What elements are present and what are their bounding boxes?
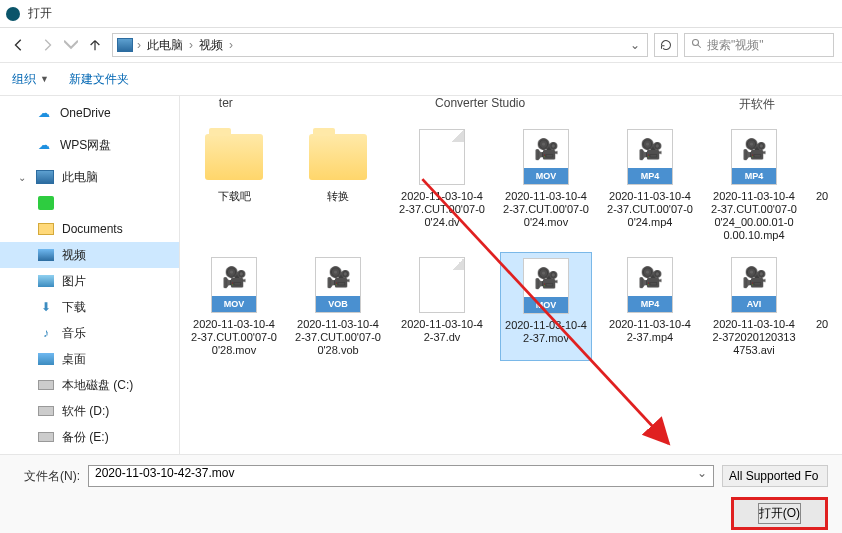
- green-icon: [38, 196, 54, 210]
- folder-tile[interactable]: 下载吧: [188, 124, 280, 246]
- download-icon: ⬇: [38, 300, 54, 314]
- svg-line-1: [698, 44, 701, 47]
- refresh-button[interactable]: [654, 33, 678, 57]
- crumb-sep: ›: [189, 38, 193, 52]
- file-tile[interactable]: 2020-11-03-10-42-37.CUT.00'07-00'24.dv: [396, 124, 488, 246]
- video-icon: [38, 249, 54, 261]
- video-file-icon: 🎥MP4: [731, 129, 777, 185]
- organize-menu[interactable]: 组织▼: [12, 71, 49, 88]
- file-tile-cut[interactable]: 20: [812, 252, 832, 361]
- back-button[interactable]: [8, 34, 30, 56]
- folder-icon: [309, 134, 367, 180]
- crumb-sep: ›: [137, 38, 141, 52]
- music-icon: ♪: [38, 326, 54, 340]
- file-tile[interactable]: 🎥MP4 2020-11-03-10-42-37.mp4: [604, 252, 696, 361]
- dialog-footer: 文件名(N): 2020-11-03-10-42-37.mov ⌄ All Su…: [0, 454, 842, 533]
- file-icon: [419, 129, 465, 185]
- folder-icon: [205, 134, 263, 180]
- pc-icon: [117, 38, 133, 52]
- video-file-icon: 🎥MOV: [523, 129, 569, 185]
- search-placeholder: 搜索"视频": [707, 37, 764, 54]
- titlebar: 打开: [0, 0, 842, 28]
- file-icon: [419, 257, 465, 313]
- crumb-videos[interactable]: 视频: [197, 37, 225, 54]
- filename-label: 文件名(N):: [14, 468, 80, 485]
- crumb-sep: ›: [229, 38, 233, 52]
- search-icon: [691, 38, 703, 53]
- forward-button[interactable]: [36, 34, 58, 56]
- disk-icon: [38, 406, 54, 416]
- address-bar[interactable]: › 此电脑 › 视频 › ⌄: [112, 33, 648, 57]
- window-title: 打开: [28, 5, 52, 22]
- video-file-icon: 🎥MP4: [627, 129, 673, 185]
- sidebar-tree[interactable]: ☁ OneDrive ☁ WPS网盘 ⌄ 此电脑 Documents 视频: [0, 96, 180, 454]
- video-file-icon: 🎥VOB: [315, 257, 361, 313]
- pc-icon: [36, 170, 54, 184]
- video-file-icon: 🎥MOV: [523, 258, 569, 314]
- file-type-filter[interactable]: All Supported Fo: [722, 465, 828, 487]
- tree-diskd[interactable]: 软件 (D:): [0, 398, 179, 424]
- picture-icon: [38, 275, 54, 287]
- tree-videos[interactable]: 视频: [0, 242, 179, 268]
- folder-icon: [38, 223, 54, 235]
- open-button[interactable]: 打开(O): [731, 497, 828, 530]
- tree-documents[interactable]: Documents: [0, 216, 179, 242]
- file-tile[interactable]: 🎥MP4 2020-11-03-10-42-37.CUT.00'07-00'24…: [708, 124, 800, 246]
- disk-icon: [38, 380, 54, 390]
- wps-icon: ☁: [36, 138, 52, 152]
- tree-downloads[interactable]: ⬇ 下载: [0, 294, 179, 320]
- file-list[interactable]: ter Converter Studio 开软件 下载吧 转换 2020-11-…: [180, 96, 842, 454]
- cutoff-header-row: ter Converter Studio 开软件: [188, 96, 834, 118]
- search-box[interactable]: 搜索"视频": [684, 33, 834, 57]
- video-file-icon: 🎥MP4: [627, 257, 673, 313]
- file-tile[interactable]: 2020-11-03-10-42-37.dv: [396, 252, 488, 361]
- up-button[interactable]: [84, 34, 106, 56]
- tree-pictures[interactable]: 图片: [0, 268, 179, 294]
- file-tile[interactable]: 🎥MOV 2020-11-03-10-42-37.CUT.00'07-00'24…: [500, 124, 592, 246]
- tree-green[interactable]: [0, 190, 179, 216]
- tree-music[interactable]: ♪ 音乐: [0, 320, 179, 346]
- tree-desktop[interactable]: 桌面: [0, 346, 179, 372]
- desktop-icon: [38, 353, 54, 365]
- tree-diske[interactable]: 备份 (E:): [0, 424, 179, 450]
- nav-bar: › 此电脑 › 视频 › ⌄ 搜索"视频": [0, 28, 842, 62]
- filename-input[interactable]: 2020-11-03-10-42-37.mov ⌄: [88, 465, 714, 487]
- tree-onedrive[interactable]: ☁ OneDrive: [0, 100, 179, 126]
- collapse-icon[interactable]: ⌄: [18, 172, 28, 183]
- file-tile-cut[interactable]: 20: [812, 124, 832, 246]
- file-tile[interactable]: 🎥MOV 2020-11-03-10-42-37.CUT.00'07-00'28…: [188, 252, 280, 361]
- file-tile-selected[interactable]: 🎥MOV 2020-11-03-10-42-37.mov: [500, 252, 592, 361]
- tree-thispc[interactable]: ⌄ 此电脑: [0, 164, 179, 190]
- tree-diskc[interactable]: 本地磁盘 (C:): [0, 372, 179, 398]
- video-file-icon: 🎥AVI: [731, 257, 777, 313]
- file-tile[interactable]: 🎥AVI 2020-11-03-10-42-3720201203134753.a…: [708, 252, 800, 361]
- filename-dropdown-icon[interactable]: ⌄: [697, 466, 707, 480]
- tree-wps[interactable]: ☁ WPS网盘: [0, 132, 179, 158]
- app-icon: [6, 7, 20, 21]
- file-tile[interactable]: 🎥VOB 2020-11-03-10-42-37.CUT.00'07-00'28…: [292, 252, 384, 361]
- new-folder-button[interactable]: 新建文件夹: [69, 71, 129, 88]
- svg-point-0: [693, 39, 699, 45]
- video-file-icon: 🎥MOV: [211, 257, 257, 313]
- disk-icon: [38, 432, 54, 442]
- folder-tile[interactable]: 转换: [292, 124, 384, 246]
- crumb-thispc[interactable]: 此电脑: [145, 37, 185, 54]
- main-area: ☁ OneDrive ☁ WPS网盘 ⌄ 此电脑 Documents 视频: [0, 96, 842, 454]
- file-tile[interactable]: 🎥MP4 2020-11-03-10-42-37.CUT.00'07-00'24…: [604, 124, 696, 246]
- toolbar: 组织▼ 新建文件夹: [0, 62, 842, 96]
- address-dropdown[interactable]: ⌄: [627, 38, 643, 52]
- cloud-icon: ☁: [36, 106, 52, 120]
- recent-dropdown[interactable]: [64, 34, 78, 56]
